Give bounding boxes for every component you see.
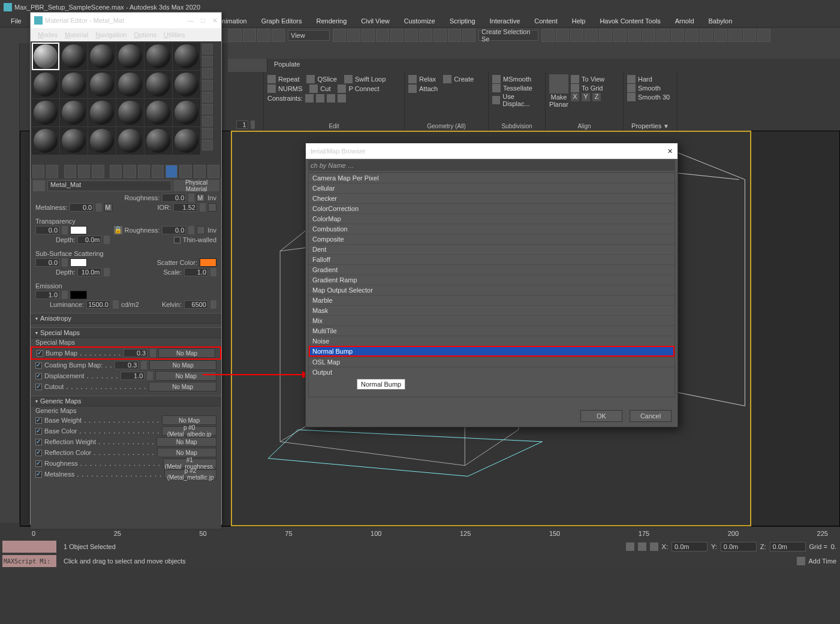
lock-icon[interactable] (638, 542, 646, 551)
mmb-item-output[interactable]: Output (309, 367, 675, 377)
coatbump-spinner[interactable]: 0.3 (115, 361, 139, 369)
baseweight-slot[interactable]: No Map (162, 415, 216, 425)
mmb-item-gradient-ramp[interactable]: Gradient Ramp (309, 275, 675, 285)
anisotropy-rollout[interactable]: Anisotropy (31, 313, 221, 324)
tool-b[interactable] (685, 29, 699, 42)
material-type-button[interactable]: Physical Material (174, 180, 219, 191)
make-copy-button[interactable] (92, 165, 104, 178)
me-menu-navigation[interactable]: Navigation (92, 31, 130, 38)
sss-depth-spinner[interactable]: 10.0m (77, 268, 101, 276)
pick-material-button[interactable] (33, 180, 45, 191)
bump-checkbox[interactable] (37, 350, 43, 357)
menu-content[interactable]: Content (527, 17, 565, 25)
mmb-item-composite[interactable]: Composite (309, 234, 675, 244)
sample-slot-15[interactable] (116, 99, 144, 126)
percent-snap-button[interactable] (433, 29, 447, 42)
sample-slot-1[interactable] (60, 43, 88, 70)
metalmap-slot[interactable]: p #2 (Metal_metallic.jp (164, 469, 216, 479)
qslice-button[interactable]: QSlice (306, 75, 336, 83)
sample-slot-10[interactable] (144, 71, 172, 98)
render-setup-button[interactable] (628, 29, 641, 42)
sample-slot-21[interactable] (116, 127, 144, 155)
hard-button[interactable]: Hard (627, 75, 673, 83)
reflweight-slot[interactable]: No Map (156, 437, 216, 447)
menu-scripting[interactable]: Scripting (442, 17, 483, 25)
mmb-map-list[interactable]: Camera Map Per PixelCellularCheckerColor… (308, 172, 675, 397)
emission-color[interactable] (70, 291, 87, 299)
select-place-button[interactable] (390, 29, 404, 42)
me-menu-utilities[interactable]: Utilities (160, 31, 188, 38)
render-button[interactable] (657, 29, 670, 42)
sample-slot-23[interactable] (173, 127, 200, 155)
sample-slot-20[interactable] (88, 127, 116, 155)
scatter-color[interactable] (200, 258, 216, 267)
select-move-button[interactable] (347, 29, 360, 42)
cut-button[interactable]: Cut (309, 85, 330, 93)
mmb-item-combustion[interactable]: Combustion (309, 224, 675, 234)
sample-slot-22[interactable] (144, 127, 172, 155)
mmb-search-input[interactable]: ch by Name … (308, 160, 675, 171)
metalness-spinner[interactable]: 0.0 (70, 203, 94, 212)
metalness-map-button[interactable]: M (104, 203, 113, 212)
me-menu-modes[interactable]: Modes (34, 31, 61, 38)
sample-slot-8[interactable] (88, 71, 116, 98)
mmb-item-marble[interactable]: Marble (309, 295, 675, 305)
specialmaps-rollout[interactable]: Special Maps (31, 327, 221, 338)
lock-icon[interactable]: 🔒 (114, 226, 122, 234)
sample-slot-17[interactable] (173, 99, 200, 126)
sample-slot-0[interactable] (32, 43, 59, 70)
relax-button[interactable]: Relax (408, 75, 436, 83)
select-button[interactable] (333, 29, 346, 42)
metalmap-checkbox[interactable] (35, 471, 42, 478)
sample-slot-7[interactable] (60, 71, 88, 98)
link-button[interactable] (257, 29, 270, 42)
menu-grapheditors[interactable]: Graph Editors (254, 17, 309, 25)
roughness-map-button[interactable]: M (197, 194, 205, 202)
sample-slot-18[interactable] (32, 127, 59, 155)
mmb-item-colorcorrection[interactable]: ColorCorrection (309, 203, 675, 213)
tool-e[interactable] (728, 29, 742, 42)
x-input[interactable]: 0.0m (672, 542, 707, 551)
selection-set-dropdown[interactable]: Create Selection Se (478, 30, 538, 41)
sss-scale-spinner[interactable]: 1.0 (184, 268, 208, 276)
ior-map-button[interactable] (208, 203, 216, 212)
roughmap-slot[interactable]: #1 (Metal_roughness. (163, 459, 216, 468)
mmb-item-colormap[interactable]: ColorMap (309, 213, 675, 224)
tool-a[interactable] (671, 29, 684, 42)
mmb-titlebar[interactable]: terial/Map Browser ✕ (306, 143, 678, 159)
put-to-scene-button[interactable] (46, 165, 58, 178)
sss-color[interactable] (70, 258, 87, 267)
tool-d[interactable] (714, 29, 727, 42)
render-frame-button[interactable] (642, 29, 655, 42)
z-input[interactable]: 0.0m (770, 542, 806, 551)
basecolor-checkbox[interactable] (35, 428, 42, 435)
luminance-spinner[interactable]: 1500.0 (86, 300, 110, 309)
close-button[interactable]: ✕ (212, 17, 218, 25)
unlink-button[interactable] (272, 29, 285, 42)
mmb-item-gradient[interactable]: Gradient (309, 264, 675, 275)
toview-button[interactable]: To View (571, 75, 604, 83)
sample-slot-5[interactable] (173, 43, 200, 70)
bump-map-slot[interactable]: No Map (158, 348, 215, 358)
redo-button[interactable] (243, 29, 256, 42)
undo-button[interactable] (228, 29, 242, 42)
mmb-item-dent[interactable]: Dent (309, 244, 675, 254)
select-rotate-button[interactable] (362, 29, 375, 42)
put-to-lib-button[interactable] (124, 165, 136, 178)
sample-slot-3[interactable] (116, 43, 144, 70)
ref-coord-dropdown[interactable]: View (288, 30, 330, 41)
basecolor-slot[interactable]: p #0 (Metal_albedo.jp (162, 426, 216, 436)
get-material-button[interactable] (32, 165, 44, 178)
assign-to-sel-button[interactable] (64, 165, 76, 178)
sample-hscroll[interactable] (31, 156, 221, 164)
mirror-button[interactable] (541, 29, 555, 42)
sample-slot-19[interactable] (60, 127, 88, 155)
menu-customize[interactable]: Customize (397, 17, 442, 25)
kelvin-spinner[interactable]: 6500 (184, 300, 208, 309)
show-shaded-button[interactable] (165, 165, 177, 178)
y-input[interactable]: 0.0m (721, 542, 757, 551)
menu-arnold[interactable]: Arnold (668, 17, 701, 25)
constraint-edge[interactable] (316, 94, 324, 103)
matedit-button[interactable] (613, 29, 627, 42)
align-z-button[interactable]: Z (592, 93, 601, 101)
